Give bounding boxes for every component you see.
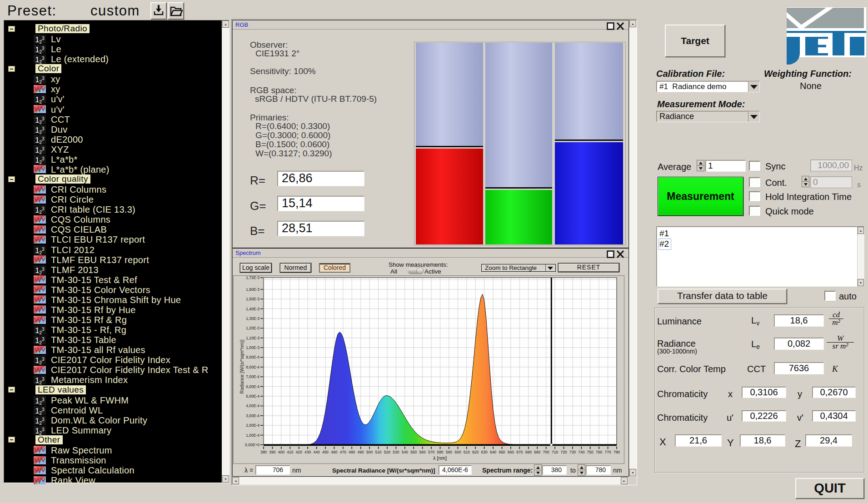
svg-text:690: 690 xyxy=(534,450,540,454)
svg-text:1,00E-4: 1,00E-4 xyxy=(246,433,259,438)
svg-text:490: 490 xyxy=(358,450,364,454)
svg-text:730: 730 xyxy=(569,450,576,454)
svg-text:400: 400 xyxy=(278,450,284,454)
svg-text:620: 620 xyxy=(472,450,479,454)
svg-text:660: 660 xyxy=(508,450,514,454)
svg-text:0,00E+0: 0,00E+0 xyxy=(245,443,259,447)
svg-text:630: 630 xyxy=(481,450,488,454)
svg-text:700: 700 xyxy=(543,450,549,454)
svg-text:380: 380 xyxy=(260,450,267,454)
svg-text:500: 500 xyxy=(366,450,373,454)
svg-text:7,00E-4: 7,00E-4 xyxy=(246,374,259,379)
svg-text:510: 510 xyxy=(375,450,381,454)
svg-text:640: 640 xyxy=(490,450,496,454)
svg-text:9,00E-4: 9,00E-4 xyxy=(246,355,259,359)
svg-text:1,50E-3: 1,50E-3 xyxy=(246,297,259,301)
svg-text:450: 450 xyxy=(322,450,329,454)
svg-text:1,20E-3: 1,20E-3 xyxy=(246,326,259,330)
svg-text:470: 470 xyxy=(340,450,346,454)
svg-text:530: 530 xyxy=(393,450,399,454)
svg-text:440: 440 xyxy=(314,450,320,454)
svg-text:1,72E-3: 1,72E-3 xyxy=(246,276,259,280)
svg-text:4,00E-4: 4,00E-4 xyxy=(246,403,259,408)
svg-text:550: 550 xyxy=(410,450,417,454)
svg-text:540: 540 xyxy=(402,450,408,454)
svg-text:5,00E-4: 5,00E-4 xyxy=(246,394,259,398)
svg-text:8,00E-4: 8,00E-4 xyxy=(246,365,259,369)
svg-text:590: 590 xyxy=(446,450,452,454)
svg-text:1,30E-3: 1,30E-3 xyxy=(246,316,259,321)
svg-text:720: 720 xyxy=(560,450,567,454)
svg-text:Radiance [W/(sr*sqm*nm)]: Radiance [W/(sr*sqm*nm)] xyxy=(239,340,244,394)
svg-text:1,40E-3: 1,40E-3 xyxy=(246,307,259,311)
svg-text:600: 600 xyxy=(454,450,461,454)
svg-text:1,60E-3: 1,60E-3 xyxy=(246,287,259,292)
svg-text:760: 760 xyxy=(596,450,602,454)
svg-text:420: 420 xyxy=(296,450,302,454)
svg-text:2,00E-4: 2,00E-4 xyxy=(246,423,259,428)
svg-text:560: 560 xyxy=(419,450,426,454)
svg-text:1,00E-3: 1,00E-3 xyxy=(246,345,259,350)
svg-text:3,00E-4: 3,00E-4 xyxy=(246,413,259,418)
svg-text:610: 610 xyxy=(464,450,470,454)
svg-text:650: 650 xyxy=(499,450,505,454)
svg-text:390: 390 xyxy=(269,450,275,454)
svg-text:6,00E-4: 6,00E-4 xyxy=(246,384,259,389)
svg-text:780: 780 xyxy=(614,450,620,454)
svg-text:480: 480 xyxy=(349,450,355,454)
svg-text:570: 570 xyxy=(428,450,434,454)
svg-text:460: 460 xyxy=(331,450,337,454)
svg-text:710: 710 xyxy=(552,450,558,454)
svg-text:680: 680 xyxy=(525,450,532,454)
svg-text:1,10E-3: 1,10E-3 xyxy=(246,336,259,340)
svg-text:520: 520 xyxy=(384,450,390,454)
svg-text:770: 770 xyxy=(605,450,611,454)
svg-text:740: 740 xyxy=(578,450,584,454)
svg-text:670: 670 xyxy=(516,450,523,454)
svg-text:430: 430 xyxy=(304,450,311,454)
svg-text:λ [nm]: λ [nm] xyxy=(433,455,447,461)
svg-text:750: 750 xyxy=(587,450,594,454)
svg-text:580: 580 xyxy=(437,450,443,454)
svg-text:410: 410 xyxy=(287,450,293,454)
